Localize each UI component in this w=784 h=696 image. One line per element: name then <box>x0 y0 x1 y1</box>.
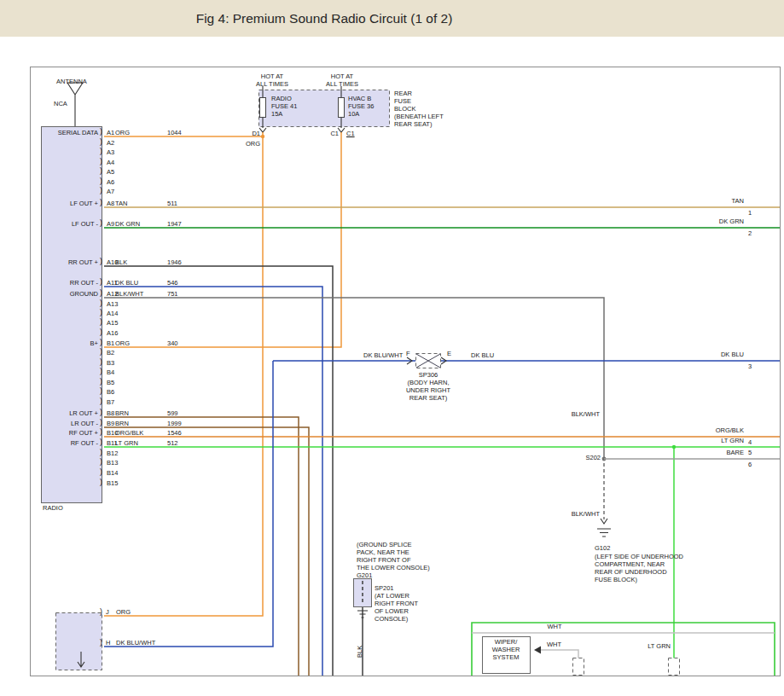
radio-pin-bracket: ) <box>100 177 102 185</box>
radio-pin-bracket: ) <box>100 478 102 486</box>
radio-wire-circuit-label: 340 <box>167 339 178 347</box>
wht-arrow-label: WHT <box>547 641 561 648</box>
exit-wire-label-6: BARE <box>727 449 744 456</box>
sp306-name: SP306 <box>419 371 438 379</box>
g201-desc: (GROUND SPLICE PACK, NEAR THE RIGHT FRON… <box>357 541 430 571</box>
radio-pin-bracket: ) <box>100 467 102 476</box>
radio-pin-row-A7: )A7 <box>0 188 273 196</box>
radio-pin-id: A15 <box>107 319 118 327</box>
radio-pin-id: B2 <box>107 349 114 357</box>
radio-pin-id: B1 <box>107 339 114 347</box>
radio-pin-function: RR OUT - <box>26 279 98 287</box>
fuse-41-icon <box>260 98 266 118</box>
sp201-desc: (AT LOWER RIGHT FRONT OF LOWER CONSOLE) <box>375 592 418 623</box>
radio-pin-row-B8: LR OUT +)B8BRN599 <box>0 409 273 418</box>
blkwht-upper-label: BLK/WHT <box>572 410 600 418</box>
exit-wire-label-2: DK GRN <box>719 218 744 225</box>
s202-label: S202 <box>585 454 601 461</box>
radio-pin-bracket: ) <box>100 288 102 297</box>
ltgrn-branch-label: LT GRN <box>648 642 671 650</box>
radio-pin-row-A1: SERIAL DATA)A1ORG1044 <box>0 129 273 137</box>
g201-label: G201 <box>357 571 372 579</box>
radio-pin-bracket: ) <box>100 338 102 346</box>
radio-pin-row-B3: )B3 <box>0 359 273 368</box>
radio-pin-bracket: ) <box>100 198 102 206</box>
radio-pin-row-B2: )B2 <box>0 349 273 357</box>
radio-wire-color-label: DK BLU <box>115 279 138 287</box>
fuse-36-icon <box>339 98 345 118</box>
radio-pin-row-A4: )A4 <box>0 159 273 167</box>
radio-wire-circuit-label: 1546 <box>167 429 182 437</box>
radio-pin-bracket: ) <box>100 277 102 286</box>
wiper-system-label: WIPER/ WASHER SYSTEM <box>492 638 520 661</box>
pin-h-bracket: ) <box>100 638 102 647</box>
sp201-label: SP201 <box>375 584 394 592</box>
radio-pin-bracket: ) <box>100 386 102 395</box>
radio-pin-id: A5 <box>107 168 114 176</box>
pin-c1-label: C1 <box>330 130 339 137</box>
radio-pin-bracket: ) <box>100 457 102 466</box>
radio-wire-circuit-label: 1946 <box>167 258 182 266</box>
pin-j-label: J <box>106 608 109 616</box>
radio-wire-color-label: LT GRN <box>115 439 138 447</box>
radio-wire-circuit-label: 1947 <box>167 220 182 228</box>
radio-pin-id: B5 <box>107 379 114 386</box>
radio-pin-bracket: ) <box>100 367 102 375</box>
radio-pin-id: A3 <box>107 148 114 156</box>
radio-pin-row-B14: )B14 <box>0 469 273 478</box>
radio-pin-bracket: ) <box>100 328 102 336</box>
g102-label: G102 <box>595 544 610 552</box>
connector-c1-label: C1 <box>346 130 355 137</box>
radio-wire-circuit-label: 1999 <box>167 420 182 427</box>
radio-pin-bracket: ) <box>100 147 102 155</box>
exit-num-1: 1 <box>748 209 752 217</box>
radio-pin-bracket: ) <box>100 137 102 146</box>
radio-pin-function: LR OUT + <box>26 409 98 417</box>
radio-pin-function: RF OUT + <box>26 429 98 437</box>
radio-pin-row-A13: )A13 <box>0 300 273 309</box>
radio-wire-color-label: BRN <box>115 409 129 417</box>
radio-pin-id: B3 <box>107 359 114 367</box>
exit-num-5: 5 <box>748 449 752 456</box>
sp306-wire-right-label: DK BLU <box>471 351 494 359</box>
radio-pin-bracket: ) <box>100 218 102 227</box>
radio-pin-bracket: ) <box>100 448 102 456</box>
sp306-pin-f-label: F <box>406 350 410 357</box>
radio-wire-color-label: BLK/WHT <box>115 290 143 298</box>
radio-pin-bracket: ) <box>100 257 102 265</box>
radio-pin-id: A13 <box>107 300 118 308</box>
radio-pin-row-A9: LF OUT -)A9DK GRN1947 <box>0 220 273 229</box>
radio-pin-row-A14: )A14 <box>0 310 273 318</box>
radio-pin-bracket: ) <box>100 157 102 165</box>
radio-pin-id: A1 <box>107 129 114 136</box>
radio-wire-color-label: DK GRN <box>115 220 140 228</box>
radio-wire-color-label: ORG <box>115 129 130 136</box>
connector-marker-ltgrn <box>669 658 680 676</box>
sp306-pin-e-label: E <box>447 350 451 357</box>
radio-pin-id: A16 <box>107 329 118 337</box>
exit-num-3: 3 <box>748 362 752 370</box>
radio-pin-row-B1: B+)B1ORG340 <box>0 339 273 348</box>
radio-pin-row-B4: )B4 <box>0 368 273 377</box>
radio-pin-bracket: ) <box>100 418 102 426</box>
exit-wire-label-4: ORG/BLK <box>716 426 744 434</box>
radio-pin-bracket: ) <box>100 408 102 416</box>
radio-pin-id: A7 <box>107 188 114 195</box>
sp306-desc: (BODY HARN, UNDER RIGHT REAR SEAT) <box>406 379 450 402</box>
fuse-36-label: HVAC B FUSE 36 10A <box>348 95 374 118</box>
radio-wire-circuit-label: 1044 <box>167 129 182 136</box>
radio-pin-bracket: ) <box>100 438 102 446</box>
radio-pin-row-B5: )B5 <box>0 379 273 387</box>
connector-marker-wht <box>573 658 584 676</box>
radio-pin-id: B14 <box>107 469 118 477</box>
radio-pin-bracket: ) <box>100 427 102 436</box>
hot-at-all-times-right: HOT AT ALL TIMES <box>326 72 358 88</box>
exit-num-6: 6 <box>748 461 752 468</box>
radio-pin-id: B13 <box>107 459 118 467</box>
radio-pin-bracket: ) <box>100 317 102 326</box>
pin-j-bracket: ) <box>100 607 102 617</box>
radio-pin-bracket: ) <box>100 357 102 366</box>
radio-pin-function: B+ <box>26 339 98 347</box>
radio-pin-row-A5: )A5 <box>0 168 273 177</box>
radio-pin-id: B6 <box>107 388 114 396</box>
